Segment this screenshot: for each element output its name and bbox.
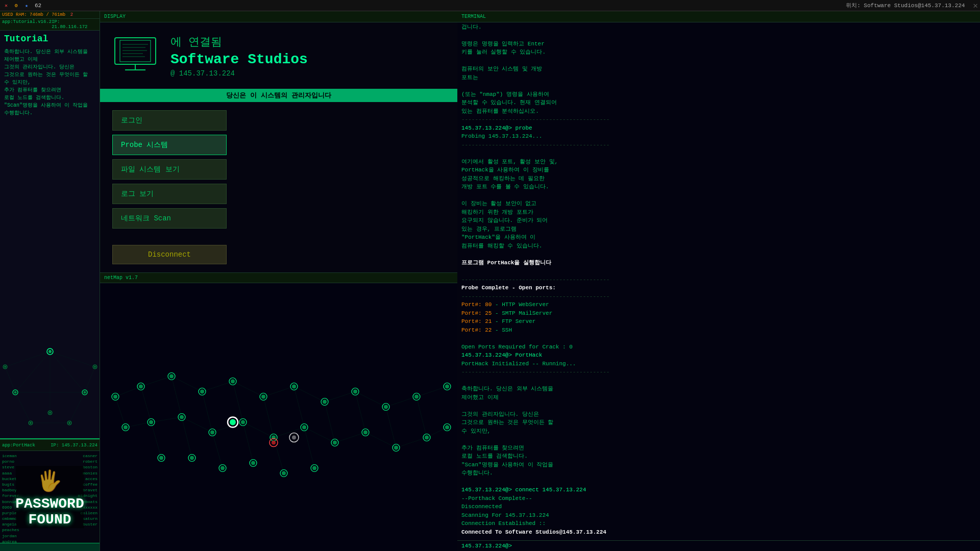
svg-line-1 [50,352,85,392]
svg-rect-27 [115,38,156,64]
computer-icon [112,35,158,76]
star-icon[interactable]: ★ [22,2,31,10]
netmap-svg [100,283,457,551]
netscan-button[interactable]: 네트워크 Scan [112,208,227,229]
svg-line-0 [15,352,50,392]
topbar-location: 위치: Software Studios@145.37.13.224 [846,2,969,9]
svg-point-120 [241,420,245,424]
terminal-prompt-label: 145.37.13.224@> [461,543,512,549]
close-icon[interactable]: ✕ [2,2,10,10]
display-panel: DISPLAY 에 연결됨 Software Studios @ 145.37.… [100,11,457,551]
topbar-number: 62 [35,3,41,9]
topbar-close-btn[interactable]: ✕ [973,1,980,11]
tutorial-title: Tutorial [0,31,100,46]
svg-point-131 [220,466,225,470]
login-button[interactable]: 로그인 [112,110,227,131]
svg-line-3 [15,392,31,423]
svg-point-20 [68,422,70,424]
password-found: 🖐 PASSWORD FOUND [15,466,84,528]
porthack-header: app:PortHack IP: 145.37.13.224 [0,440,100,451]
svg-point-112 [323,400,327,404]
svg-point-16 [84,391,86,394]
netmap-canvas [100,283,457,551]
probe-button[interactable]: Probe 시스템 [112,135,227,155]
svg-point-127 [113,395,117,399]
svg-point-14 [14,391,17,394]
svg-point-113 [353,390,357,394]
svg-line-4 [69,392,85,423]
tutorial-header: USED RAM: 746mb / 761mb 2 [0,11,100,19]
svg-point-110 [261,395,265,399]
svg-point-24 [94,366,96,368]
svg-point-108 [200,390,204,394]
svg-point-133 [282,471,286,475]
topbar-icons: ✕ ⚙ ★ [0,2,31,10]
svg-point-18 [30,422,32,424]
svg-point-135 [445,425,449,430]
svg-point-118 [180,415,184,419]
svg-line-9 [5,367,15,392]
svg-point-106 [139,385,143,389]
terminal-input-row: 145.37.13.224@> [457,540,980,551]
svg-point-123 [333,441,337,445]
svg-point-116 [445,385,449,389]
svg-point-12 [48,350,52,353]
svg-point-119 [210,431,214,435]
connected-label: 에 연결됨 [170,34,308,49]
svg-point-132 [251,461,255,465]
svg-point-22 [4,366,6,368]
server-ip: @ 145.37.13.224 [170,69,308,78]
porthack-panel: app:PortHack IP: 145.37.13.224 icemanpor… [0,439,100,551]
svg-point-107 [169,374,174,379]
svg-point-109 [231,380,235,384]
computer-text: 에 연결됨 Software Studios @ 145.37.13.224 [170,34,308,78]
fingerprint-icon: 🖐 [37,466,62,496]
logs-button[interactable]: 로그 보기 [112,184,227,204]
svg-line-10 [85,367,95,392]
svg-point-115 [414,395,419,399]
svg-point-134 [312,466,316,470]
svg-point-114 [384,405,388,409]
svg-point-141 [292,436,296,440]
terminal-body: 활성화되었습니다. 이것이당신의 노드와 상호 작용하기위한 기본 인터페이스가… [457,22,980,540]
porthack-bar [0,543,100,551]
computer-info: 에 연결됨 Software Studios @ 145.37.13.224 [100,22,457,89]
netmap-header: netMap v1.7 [100,273,457,283]
svg-point-128 [124,425,128,430]
display-content: 에 연결됨 Software Studios @ 145.37.13.224 당… [100,22,457,551]
svg-point-130 [190,456,194,460]
svg-point-137 [230,419,236,425]
action-buttons: 로그인 Probe 시스템 파일 시스템 보기 로그 보기 네트워크 Scan [100,102,457,237]
ram-stat: USED RAM: 746mb / 761mb 2 [2,12,73,17]
terminal-panel: TERMINAL 활성화되었습니다. 이것이당신의 노드와 상호 작용하기위한 … [457,11,980,551]
settings-icon[interactable]: ⚙ [12,2,20,10]
password-found-text: PASSWORD FOUND [15,496,84,528]
svg-line-7 [5,352,50,367]
svg-point-125 [394,446,398,450]
svg-point-124 [363,431,368,435]
display-header: DISPLAY [100,11,457,22]
terminal-header: TERMINAL [457,11,980,22]
svg-rect-28 [120,40,151,62]
svg-point-126 [425,436,429,440]
svg-rect-36 [100,346,457,489]
netmap-area: netMap v1.7 [100,272,457,551]
svg-point-129 [159,456,163,460]
disconnect-area: Disconnect [100,237,457,272]
svg-point-111 [292,385,296,389]
porthack-ip: IP: 145.37.13.224 [51,443,97,448]
topbar: ✕ ⚙ ★ 62 위치: Software Studios@145.37.13.… [0,0,980,11]
status-bar: 당신은 이 시스템의 관리자입니다 [100,89,457,102]
app-label: app:Tutorial.v16.2 [2,19,52,30]
svg-point-26 [49,412,51,414]
ip-stat: IP: 21.80.116.172 [52,19,97,30]
network-graph [0,331,100,433]
company-name: Software Studios [170,52,308,67]
filesystem-button[interactable]: 파일 시스템 보기 [112,159,227,180]
disconnect-button[interactable]: Disconnect [112,245,227,264]
svg-point-117 [149,420,153,424]
porthack-app-label: app:PortHack [2,443,35,448]
svg-point-139 [272,441,276,445]
tutorial-text: 축하합니다. 당신은 외부 시스템을제어했고 이제그것의 관리자입니다. 당신은… [0,46,100,119]
terminal-input[interactable] [514,543,976,549]
